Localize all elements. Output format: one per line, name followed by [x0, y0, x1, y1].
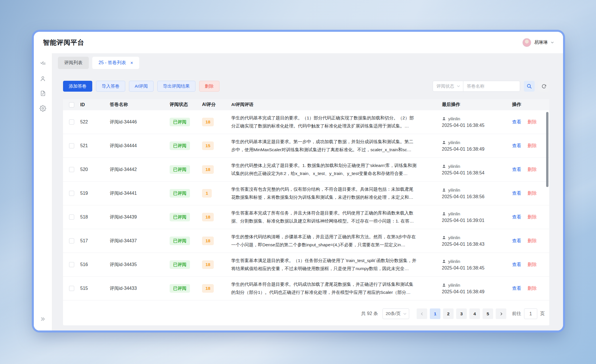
- row-actions: 查看 删除: [512, 286, 549, 292]
- status-badge: 已评阅: [170, 118, 190, 126]
- tab-review-list[interactable]: 评阅列表: [58, 57, 89, 69]
- chevron-down-icon: [551, 41, 554, 44]
- answer-name-input[interactable]: [463, 81, 520, 92]
- row-last-operation: yilinlin 2025-04-01 16:38:45: [442, 259, 512, 271]
- search-button[interactable]: [524, 81, 535, 92]
- row-checkbox[interactable]: [69, 119, 74, 125]
- column-header-id: ID: [80, 102, 110, 107]
- row-id: 519: [80, 191, 110, 196]
- view-link[interactable]: 查看: [512, 262, 521, 268]
- row-last-operation: yilinlin 2025-04-01 16:38:49: [442, 283, 512, 294]
- refresh-icon: [541, 84, 547, 89]
- column-header-name: 答卷名称: [110, 102, 170, 108]
- tab-close-icon[interactable]: ×: [130, 61, 133, 65]
- operation-time: 2025-04-01 16:38:43: [442, 242, 512, 247]
- operator-name: yilinlin: [448, 235, 460, 240]
- operator-name: yilinlin: [448, 140, 460, 145]
- status-badge: 已评阅: [170, 189, 190, 198]
- row-name: 评阅id-34444: [110, 143, 170, 149]
- view-link[interactable]: 查看: [512, 214, 521, 220]
- select-all-checkbox[interactable]: [69, 102, 74, 107]
- table-row: 522 评阅id-34446 已评阅 18 学生的代码基本完成了题目的要求。（1…: [63, 110, 549, 134]
- operator-name: yilinlin: [448, 188, 460, 193]
- view-link[interactable]: 查看: [512, 143, 521, 149]
- prev-page-button[interactable]: [417, 308, 427, 319]
- user-menu[interactable]: 易琳琳: [522, 38, 554, 47]
- page-button-3[interactable]: 3: [456, 308, 467, 319]
- row-id: 516: [80, 262, 110, 267]
- row-name: 评阅id-34441: [110, 190, 170, 196]
- delete-link[interactable]: 删除: [528, 262, 537, 268]
- row-checkbox[interactable]: [69, 143, 74, 148]
- row-checkbox[interactable]: [69, 286, 74, 291]
- row-checkbox[interactable]: [69, 238, 74, 243]
- page-button-5[interactable]: 5: [483, 308, 493, 319]
- person-icon: [442, 259, 446, 263]
- row-name: 评阅id-34442: [110, 167, 170, 173]
- table-row: 520 评阅id-34442 已评阅 18 学生的代码整体上完成了题目要求。1.…: [63, 158, 549, 182]
- person-icon: [442, 235, 446, 240]
- score-badge: 18: [202, 118, 214, 126]
- delete-link[interactable]: 删除: [528, 238, 537, 244]
- sidebar-item-settings[interactable]: [37, 101, 49, 116]
- sidebar: [34, 53, 52, 330]
- row-comment: 学生的代码基本完成了题目的要求。（1）部分代码正确实现了数据集的加载和切分。（2…: [231, 114, 442, 130]
- score-badge: 1: [202, 189, 212, 198]
- row-checkbox[interactable]: [69, 167, 74, 172]
- tab-label: 25 - 答卷列表: [99, 60, 126, 66]
- chevron-left-icon: [420, 312, 424, 316]
- goto-page-input[interactable]: [524, 308, 537, 319]
- row-id: 517: [80, 238, 110, 243]
- table-scrollbar-thumb[interactable]: [546, 112, 548, 187]
- row-checkbox[interactable]: [69, 215, 74, 220]
- status-badge: 已评阅: [170, 213, 190, 221]
- delete-button[interactable]: 删除: [199, 81, 219, 92]
- import-answer-button[interactable]: 导入答卷: [96, 81, 125, 92]
- view-link[interactable]: 查看: [512, 119, 521, 125]
- page-button-1[interactable]: 1: [430, 308, 440, 319]
- delete-link[interactable]: 删除: [528, 190, 537, 196]
- operator-name: yilinlin: [448, 116, 460, 121]
- add-answer-button[interactable]: 添加答卷: [63, 81, 92, 92]
- view-link[interactable]: 查看: [512, 190, 521, 196]
- next-page-button[interactable]: [496, 308, 506, 319]
- delete-link[interactable]: 删除: [528, 214, 537, 220]
- delete-link[interactable]: 删除: [528, 167, 537, 173]
- delete-link[interactable]: 删除: [528, 143, 537, 149]
- avatar[interactable]: [522, 38, 531, 47]
- row-comment: 学生的代码基本符合题目要求。代码成功加载了鸢尾花数据集，并正确进行了训练集和测试…: [231, 280, 442, 296]
- row-checkbox[interactable]: [69, 262, 74, 267]
- sidebar-item-review-list[interactable]: [37, 56, 49, 71]
- ai-review-button[interactable]: AI评阅: [129, 81, 154, 92]
- page-size-value: 20条/页: [386, 311, 401, 317]
- row-last-operation: yilinlin 2025-04-01 16:39:01: [442, 211, 512, 223]
- page-size-select[interactable]: 20条/页: [383, 308, 409, 319]
- operator-name: yilinlin: [448, 283, 460, 288]
- sidebar-collapse-toggle[interactable]: [37, 312, 49, 326]
- operation-time: 2025-04-01 16:38:49: [442, 147, 512, 152]
- row-id: 515: [80, 286, 110, 291]
- row-name: 评阅id-34435: [110, 262, 170, 268]
- sidebar-item-users[interactable]: [37, 71, 49, 86]
- page-unit-label: 页: [540, 311, 545, 317]
- person-icon: [442, 188, 446, 192]
- page-button-4[interactable]: 4: [469, 308, 480, 319]
- sidebar-item-answer-sheets[interactable]: [37, 86, 49, 101]
- table-row: 519 评阅id-34441 已评阅 1 学生答案没有包含完整的代码，仅有部分结…: [63, 182, 549, 205]
- row-actions: 查看 删除: [512, 190, 549, 196]
- delete-link[interactable]: 删除: [528, 119, 537, 125]
- tab-label: 评阅列表: [64, 60, 83, 66]
- refresh-button[interactable]: [538, 81, 549, 92]
- view-link[interactable]: 查看: [512, 238, 521, 244]
- page-button-2[interactable]: 2: [443, 308, 454, 319]
- table-row: 516 评阅id-34435 已评阅 18 学生答案基本满足题目的要求。（1）任…: [63, 253, 549, 277]
- column-header-ops: 操作: [512, 102, 549, 108]
- tab-answer-sheet-list[interactable]: 25 - 答卷列表 ×: [92, 57, 139, 69]
- view-link[interactable]: 查看: [512, 286, 521, 292]
- settings-icon: [40, 105, 46, 112]
- review-status-select[interactable]: 评阅状态: [433, 81, 463, 92]
- export-results-button[interactable]: 导出评阅结果: [157, 81, 195, 92]
- view-link[interactable]: 查看: [512, 167, 521, 173]
- row-checkbox[interactable]: [69, 191, 74, 196]
- delete-link[interactable]: 删除: [528, 286, 537, 292]
